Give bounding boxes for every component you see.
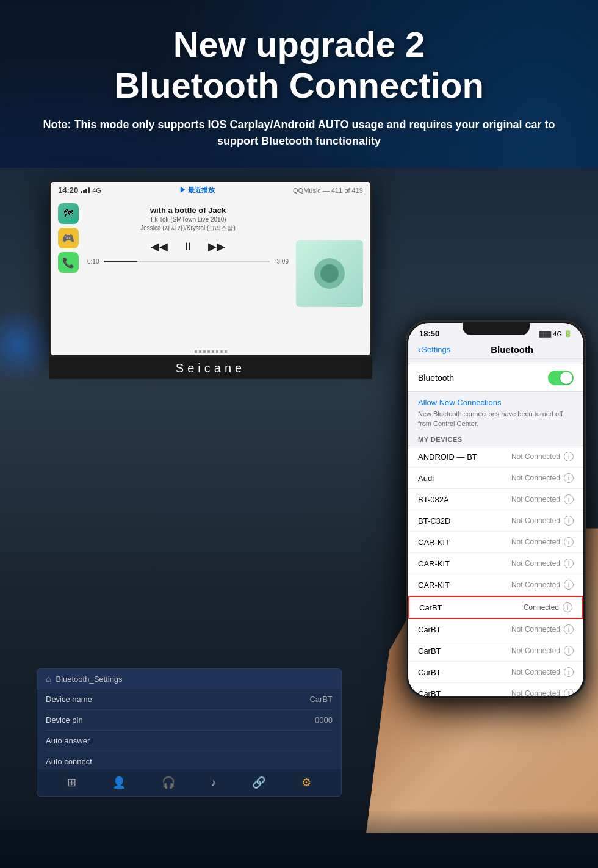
device-row[interactable]: CarBT Connected i	[408, 596, 583, 619]
device-name: CarBT	[419, 603, 442, 612]
lower-settings-screen: ⌂ Bluetooth_Settings Device nameCarBTDev…	[37, 668, 342, 797]
settings-screen-title: Bluetooth_Settings	[56, 675, 122, 684]
device-row[interactable]: CarBT Not Connected i	[408, 619, 583, 640]
device-status-row: Not Connected i	[511, 646, 574, 656]
device-name: CAR-KIT	[418, 559, 450, 568]
setting-row: Device nameCarBT	[46, 689, 333, 710]
setting-row: Auto answer	[46, 731, 333, 751]
setting-value: 0000	[315, 715, 333, 725]
device-status: Not Connected	[511, 625, 560, 634]
bluetooth-toggle[interactable]	[548, 371, 574, 385]
settings-icon[interactable]: ⚙	[301, 776, 311, 789]
device-status: Not Connected	[511, 646, 560, 655]
device-status: Not Connected	[511, 452, 560, 461]
header: New upgrade 2 Bluetooth Connection Note:…	[0, 0, 598, 162]
device-status: Not Connected	[511, 538, 560, 546]
setting-row: Device pin0000	[46, 710, 333, 731]
device-name: CAR-KIT	[418, 538, 450, 547]
song-subtitle2: Jessica (제시카)/Krystal (크리스탈)	[140, 224, 236, 233]
allow-connections-note: New Bluetooth connections have been turn…	[418, 410, 574, 429]
phone-mockup: 18:50 ▓▓▓ 4G 🔋 ‹ Settings Bluetooth	[406, 320, 586, 699]
device-status-row: Not Connected i	[511, 559, 574, 568]
info-icon[interactable]: i	[564, 624, 574, 634]
device-row[interactable]: CAR-KIT Not Connected i	[408, 532, 583, 553]
device-row[interactable]: CarBT Not Connected i	[408, 683, 583, 696]
back-chevron-icon: ‹	[418, 345, 420, 354]
yellow-app-icon: 🎮	[58, 228, 79, 248]
forward-button[interactable]: ▶▶	[208, 240, 225, 253]
network-label: 4G	[92, 187, 101, 194]
device-status: Not Connected	[511, 516, 560, 525]
maps-app-icon: 🗺	[58, 203, 79, 224]
time-remaining: -3:09	[275, 258, 289, 265]
setting-label: Device name	[46, 695, 92, 704]
device-row[interactable]: CarBT Not Connected i	[408, 662, 583, 683]
info-icon[interactable]: i	[563, 602, 572, 612]
back-button[interactable]: ‹ Settings	[418, 345, 450, 354]
device-status: Not Connected	[511, 559, 560, 568]
device-row[interactable]: CarBT Not Connected i	[408, 640, 583, 662]
grid-icon[interactable]: ⊞	[67, 776, 76, 789]
bluetooth-toggle-row: Bluetooth	[408, 364, 583, 392]
device-status: Not Connected	[511, 495, 560, 504]
bluetooth-label: Bluetooth	[418, 373, 454, 383]
allow-connections-link[interactable]: Allow New Connections	[418, 398, 574, 407]
phone-nav-bar: ‹ Settings Bluetooth	[408, 341, 583, 359]
device-name: BT-082A	[418, 495, 449, 504]
product-scene: 14:20 4G ▶ 最近播放 QQMusic — 411 of 419	[0, 168, 598, 868]
device-status-row: Not Connected i	[511, 452, 574, 461]
phone-time: 18:50	[419, 329, 439, 338]
phone-screen: 18:50 ▓▓▓ 4G 🔋 ‹ Settings Bluetooth	[408, 323, 583, 696]
setting-label: Auto connect	[46, 757, 92, 766]
device-name: CarBT	[418, 625, 441, 634]
device-row[interactable]: BT-C32D Not Connected i	[408, 510, 583, 532]
device-row[interactable]: BT-082A Not Connected i	[408, 489, 583, 510]
home-icon: ⌂	[46, 674, 51, 684]
info-icon[interactable]: i	[564, 667, 574, 677]
carplay-time: 14:20	[58, 186, 78, 195]
phone-app-icon: 📞	[58, 252, 79, 273]
phone-notch	[463, 322, 530, 335]
device-status: Not Connected	[511, 668, 560, 676]
device-status-row: Not Connected i	[511, 516, 574, 526]
device-status-row: Not Connected i	[511, 624, 574, 634]
person-icon[interactable]: 👤	[112, 776, 126, 789]
headphone-icon[interactable]: 🎧	[162, 776, 175, 789]
info-icon[interactable]: i	[564, 689, 574, 696]
head-unit-screen: 14:20 4G ▶ 最近播放 QQMusic — 411 of 419	[49, 180, 372, 357]
rewind-button[interactable]: ◀◀	[151, 240, 168, 253]
info-icon[interactable]: i	[564, 580, 574, 590]
music-icon[interactable]: ♪	[211, 776, 216, 789]
info-icon[interactable]: i	[564, 537, 574, 547]
progress-bar	[104, 261, 270, 262]
music-info: QQMusic — 411 of 419	[293, 187, 363, 194]
pause-button[interactable]: ⏸	[182, 241, 193, 253]
device-status: Not Connected	[511, 580, 560, 589]
device-name: CarBT	[418, 646, 441, 656]
device-row[interactable]: CAR-KIT Not Connected i	[408, 574, 583, 596]
info-icon[interactable]: i	[564, 516, 574, 526]
device-name: ANDROID — BT	[418, 452, 477, 461]
info-icon[interactable]: i	[564, 473, 574, 483]
bluetooth-screen-title: Bluetooth	[450, 344, 574, 355]
song-title: with a bottle of Jack	[150, 206, 226, 215]
device-status-row: Connected i	[524, 602, 572, 612]
page-title: New upgrade 2 Bluetooth Connection	[37, 24, 561, 106]
info-icon[interactable]: i	[564, 559, 574, 568]
info-icon[interactable]: i	[564, 494, 574, 504]
info-icon[interactable]: i	[564, 452, 574, 461]
phone-indicators: ▓▓▓ 4G 🔋	[539, 330, 572, 338]
dock-bar	[51, 348, 370, 355]
device-status-row: Not Connected i	[511, 580, 574, 590]
brand-name: Seicane	[176, 361, 245, 375]
device-row[interactable]: Audi Not Connected i	[408, 468, 583, 489]
device-status-row: Not Connected i	[511, 537, 574, 547]
info-icon[interactable]: i	[564, 646, 574, 656]
device-name: Audi	[418, 474, 434, 483]
device-row[interactable]: CAR-KIT Not Connected i	[408, 553, 583, 574]
link-icon[interactable]: 🔗	[252, 776, 265, 789]
device-row[interactable]: ANDROID — BT Not Connected i	[408, 446, 583, 468]
device-status: Not Connected	[511, 474, 560, 482]
device-name: BT-C32D	[418, 516, 450, 526]
device-status: Connected	[524, 603, 559, 612]
